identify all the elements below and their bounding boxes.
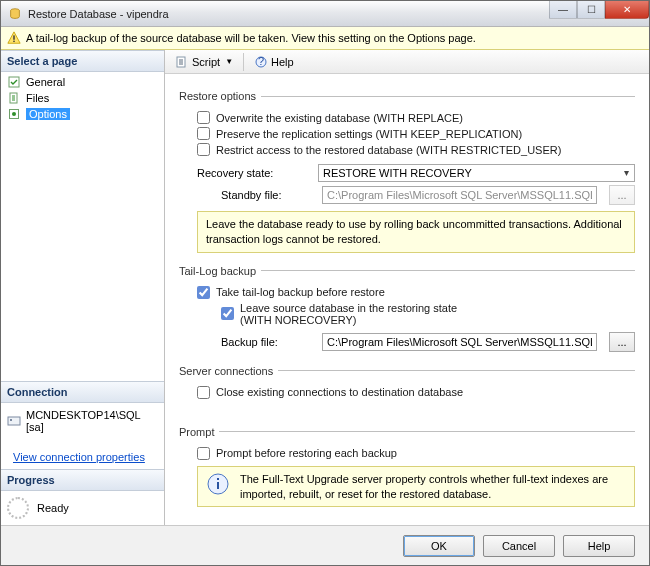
restore-database-dialog: Restore Database - vipendra — ☐ ✕ A tail… bbox=[0, 0, 650, 566]
right-panel: Script ▼ ? Help Restore options Overwrit… bbox=[165, 50, 649, 525]
titlebar[interactable]: Restore Database - vipendra — ☐ ✕ bbox=[1, 1, 649, 27]
svg-rect-3 bbox=[9, 77, 19, 87]
standby-file-input bbox=[322, 186, 597, 204]
connection-header: Connection bbox=[1, 381, 164, 403]
progress-header: Progress bbox=[1, 469, 164, 491]
connection-row: MCNDESKTOP14\SQL [sa] bbox=[7, 409, 158, 433]
info-bar-text: A tail-log backup of the source database… bbox=[26, 32, 476, 44]
preserve-label: Preserve the replication settings (WITH … bbox=[216, 128, 522, 140]
prompt-before-label: Prompt before restoring each backup bbox=[216, 447, 397, 459]
prompt-legend: Prompt bbox=[179, 426, 219, 438]
help-icon: ? bbox=[254, 55, 268, 69]
overwrite-label: Overwrite the existing database (WITH RE… bbox=[216, 112, 463, 124]
close-connections-checkbox[interactable] bbox=[197, 386, 210, 399]
svg-point-6 bbox=[12, 112, 16, 116]
ok-button[interactable]: OK bbox=[403, 535, 475, 557]
restore-options-legend: Restore options bbox=[179, 90, 261, 102]
info-bar: A tail-log backup of the source database… bbox=[1, 27, 649, 50]
standby-file-label: Standby file: bbox=[221, 189, 316, 201]
maximize-button[interactable]: ☐ bbox=[577, 1, 605, 19]
select-page-header: Select a page bbox=[1, 50, 164, 72]
server-connections-group: Server connections Close existing connec… bbox=[179, 365, 635, 402]
page-label: Options bbox=[26, 108, 70, 120]
warning-icon bbox=[7, 31, 21, 45]
connection-text: MCNDESKTOP14\SQL [sa] bbox=[26, 409, 158, 433]
page-icon bbox=[7, 107, 21, 121]
recovery-note: Leave the database ready to use by rolli… bbox=[197, 211, 635, 253]
page-icon bbox=[7, 91, 21, 105]
page-list: General Files Options bbox=[1, 72, 164, 124]
overwrite-checkbox[interactable] bbox=[197, 111, 210, 124]
svg-rect-1 bbox=[13, 35, 14, 39]
backup-file-label: Backup file: bbox=[221, 336, 316, 348]
script-icon bbox=[175, 55, 189, 69]
recovery-state-label: Recovery state: bbox=[197, 167, 312, 179]
script-button[interactable]: Script ▼ bbox=[171, 54, 237, 70]
left-panel: Select a page General Files Options Conn… bbox=[1, 50, 165, 525]
svg-rect-2 bbox=[13, 41, 14, 42]
prompt-group: Prompt Prompt before restoring each back… bbox=[179, 426, 635, 510]
progress-text: Ready bbox=[37, 502, 69, 514]
page-item-options[interactable]: Options bbox=[1, 106, 164, 122]
toolbar: Script ▼ ? Help bbox=[165, 50, 649, 74]
window-title: Restore Database - vipendra bbox=[28, 8, 169, 20]
minimize-button[interactable]: — bbox=[549, 1, 577, 19]
prompt-before-checkbox[interactable] bbox=[197, 447, 210, 460]
restrict-label: Restrict access to the restored database… bbox=[216, 144, 561, 156]
restrict-checkbox[interactable] bbox=[197, 143, 210, 156]
page-label: Files bbox=[26, 92, 49, 104]
tail-log-group: Tail-Log backup Take tail-log backup bef… bbox=[179, 265, 635, 355]
take-tail-log-label: Take tail-log backup before restore bbox=[216, 286, 385, 298]
fulltext-info-text: The Full-Text Upgrade server property co… bbox=[240, 472, 626, 502]
restore-options-group: Restore options Overwrite the existing d… bbox=[179, 90, 635, 255]
toolbar-separator bbox=[243, 53, 244, 71]
tail-log-legend: Tail-Log backup bbox=[179, 265, 261, 277]
script-label: Script bbox=[192, 56, 220, 68]
server-icon bbox=[7, 414, 21, 428]
standby-browse-button[interactable]: ... bbox=[609, 185, 635, 205]
recovery-state-select[interactable]: RESTORE WITH RECOVERY bbox=[318, 164, 635, 182]
svg-rect-13 bbox=[217, 482, 219, 489]
progress-box: Ready bbox=[1, 491, 164, 525]
app-icon bbox=[7, 6, 23, 22]
help-footer-button[interactable]: Help bbox=[563, 535, 635, 557]
help-label: Help bbox=[271, 56, 294, 68]
backup-file-input[interactable] bbox=[322, 333, 597, 351]
backup-browse-button[interactable]: ... bbox=[609, 332, 635, 352]
page-item-files[interactable]: Files bbox=[1, 90, 164, 106]
leave-restoring-checkbox[interactable] bbox=[221, 307, 234, 320]
svg-rect-14 bbox=[217, 478, 219, 480]
close-connections-label: Close existing connections to destinatio… bbox=[216, 386, 463, 398]
page-item-general[interactable]: General bbox=[1, 74, 164, 90]
svg-rect-8 bbox=[10, 419, 12, 421]
svg-rect-7 bbox=[8, 417, 20, 425]
take-tail-log-checkbox[interactable] bbox=[197, 286, 210, 299]
cancel-button[interactable]: Cancel bbox=[483, 535, 555, 557]
page-label: General bbox=[26, 76, 65, 88]
fulltext-info-note: The Full-Text Upgrade server property co… bbox=[197, 466, 635, 508]
info-icon bbox=[206, 472, 230, 496]
server-connections-legend: Server connections bbox=[179, 365, 278, 377]
leave-restoring-label: Leave source database in the restoring s… bbox=[240, 302, 460, 326]
view-connection-properties-link[interactable]: View connection properties bbox=[7, 451, 158, 463]
help-button[interactable]: ? Help bbox=[250, 54, 298, 70]
preserve-checkbox[interactable] bbox=[197, 127, 210, 140]
svg-text:?: ? bbox=[258, 56, 264, 67]
progress-spinner-icon bbox=[7, 497, 29, 519]
close-button[interactable]: ✕ bbox=[605, 1, 649, 19]
dialog-footer: OK Cancel Help bbox=[1, 525, 649, 565]
dropdown-icon: ▼ bbox=[225, 57, 233, 66]
page-icon bbox=[7, 75, 21, 89]
